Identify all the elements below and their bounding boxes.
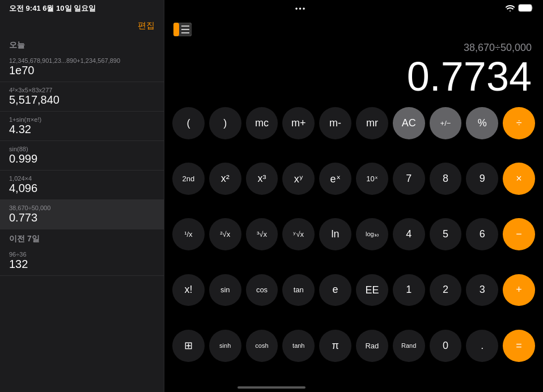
minus-btn[interactable]: − [503,218,535,250]
zero-btn[interactable]: 0 [430,330,462,362]
divide-btn[interactable]: ÷ [503,107,535,139]
m-minus-btn[interactable]: m- [319,107,351,139]
ln-btn[interactable]: ln [319,218,351,250]
rand-btn[interactable]: Rand [393,330,425,362]
power-btn[interactable]: xʸ [282,163,315,195]
history-item[interactable]: 12,345,678,901,23...890+1,234,567,8901e7… [0,53,164,82]
sinh-btn[interactable]: sinh [209,330,241,362]
sin-btn[interactable]: sin [209,274,241,306]
svg-rect-3 [173,23,179,36]
plus-btn[interactable]: + [503,274,535,306]
history-result: 0.773 [9,211,155,224]
mr-btn[interactable]: mr [356,107,388,139]
sqrt-btn[interactable]: ²√x [209,218,241,250]
history-expr: 1+sin(π×e!) [9,116,155,123]
status-dots: ••• [295,5,307,13]
status-bar: 오전 9:41 6월 10일 일요일 ••• [0,0,543,17]
toolbar [164,17,543,42]
history-expr: 96÷36 [9,251,155,258]
log10-btn[interactable]: log₁₀ [356,218,388,250]
ac-btn[interactable]: AC [393,107,425,139]
history-item[interactable]: 38,670÷50,0000.773 [0,200,164,229]
history-result: 5,517,840 [9,93,155,106]
mc-btn[interactable]: mc [246,107,278,139]
cbrt-btn[interactable]: ³√x [246,218,278,250]
history-item[interactable]: sin(88)0.999 [0,141,164,171]
euler-btn[interactable]: e [319,274,351,306]
four-btn[interactable]: 4 [393,218,425,250]
section-today-label: 오늘 [0,36,164,53]
pi-btn[interactable]: π [319,330,351,362]
close-paren-btn[interactable]: ) [209,107,241,139]
rad-btn[interactable]: Rad [356,330,388,362]
cosh-btn[interactable]: cosh [246,330,278,362]
factorial-btn[interactable]: x! [172,274,205,306]
open-paren-btn[interactable]: ( [172,107,205,139]
exp-btn[interactable]: eˣ [319,163,351,195]
recip-btn[interactable]: ¹/x [172,218,205,250]
history-list: 12,345,678,901,23...890+1,234,567,8901e7… [0,53,164,229]
two-btn[interactable]: 2 [430,274,462,306]
history-item[interactable]: 1,024×44,096 [0,171,164,200]
status-icons [506,4,534,14]
eight-btn[interactable]: 8 [430,163,462,195]
ten-power-btn[interactable]: 10ˣ [356,163,388,195]
history-expr: 38,670÷50,000 [9,204,155,211]
second-btn[interactable]: 2nd [172,163,205,195]
cube-btn[interactable]: x³ [246,163,278,195]
cos-btn[interactable]: cos [246,274,278,306]
history-result: 1e70 [9,64,155,77]
history-item[interactable]: 1+sin(π×e!)4.32 [0,112,164,141]
nine-btn[interactable]: 9 [466,163,498,195]
history-expr: 1,024×4 [9,175,155,182]
equals-btn[interactable]: = [503,330,535,362]
six-btn[interactable]: 6 [466,218,498,250]
square-btn[interactable]: x² [209,163,241,195]
history-item[interactable]: 96÷36132 [0,246,164,276]
svg-rect-1 [519,5,532,11]
seven-btn[interactable]: 7 [393,163,425,195]
history-expr: 12,345,678,901,23...890+1,234,567,890 [9,57,155,64]
sidebar: 편집 오늘 12,345,678,901,23...890+1,234,567,… [0,0,164,392]
history-expr: 4²×3x5×83x277 [9,87,155,93]
multiply-btn[interactable]: × [503,163,535,195]
conv-btn[interactable]: ⊞ [172,330,205,362]
home-indicator [237,386,306,389]
percent-btn[interactable]: % [466,107,498,139]
tanh-btn[interactable]: tanh [282,330,315,362]
history-result: 0.999 [9,152,155,165]
tan-btn[interactable]: tan [282,274,315,306]
history-item[interactable]: 4²×3x5×83x2775,517,840 [0,82,164,112]
calculator: 38,670÷50,000 0.7734 ()mcm+m-mrAC+/−%÷2n… [164,42,543,392]
yroot-btn[interactable]: ʸ√x [282,218,315,250]
display-expression: 38,670÷50,000 [176,42,532,54]
wifi-icon [506,5,515,13]
history-result: 132 [9,258,155,271]
display: 38,670÷50,000 0.7734 [164,42,543,103]
section-prev-label: 이전 7일 [0,229,164,246]
edit-button[interactable]: 편집 [138,20,155,31]
five-btn[interactable]: 5 [430,218,462,250]
history-result: 4,096 [9,182,155,195]
buttons-grid: ()mcm+m-mrAC+/−%÷2ndx²x³xʸeˣ10ˣ789×¹/x²√… [164,103,543,392]
prev-list: 96÷36132 [0,246,164,276]
display-result: 0.7734 [176,56,532,97]
sidebar-toggle-button[interactable] [173,23,192,36]
ee-btn[interactable]: EE [356,274,388,306]
three-btn[interactable]: 3 [466,274,498,306]
one-btn[interactable]: 1 [393,274,425,306]
history-result: 4.32 [9,123,155,136]
decimal-btn[interactable]: . [466,330,498,362]
battery-icon [518,4,534,14]
history-expr: sin(88) [9,146,155,152]
status-time: 오전 9:41 6월 10일 일요일 [9,3,96,14]
negate-btn[interactable]: +/− [430,107,462,139]
m-plus-btn[interactable]: m+ [282,107,315,139]
